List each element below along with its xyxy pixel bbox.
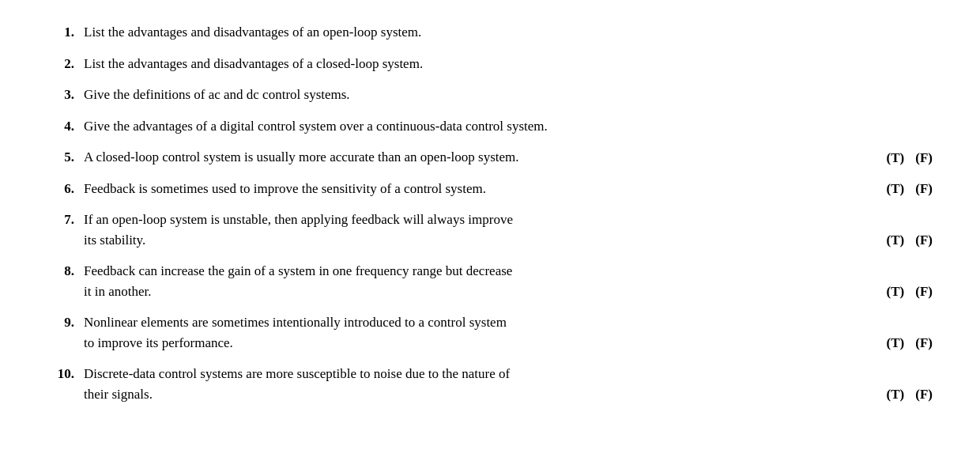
question-item: 1.List the advantages and disadvantages … <box>47 22 933 43</box>
question-content: Give the advantages of a digital control… <box>84 116 933 137</box>
tf-options: (T)(F) <box>871 232 933 250</box>
question-item: 9.Nonlinear elements are sometimes inten… <box>47 312 933 353</box>
question-content: Feedback is sometimes used to improve th… <box>84 179 933 199</box>
question-content: Discrete-data control systems are more s… <box>84 364 933 404</box>
question-text: List the advantages and disadvantages of… <box>84 54 933 74</box>
true-option: (T) <box>887 387 905 403</box>
tf-options: (T)(F) <box>871 284 933 301</box>
question-text: If an open-loop system is unstable, then… <box>84 210 871 250</box>
question-content: Feedback can increase the gain of a syst… <box>84 261 933 301</box>
true-option: (T) <box>887 335 905 351</box>
false-option: (F) <box>915 284 933 300</box>
question-content: Give the definitions of ac and dc contro… <box>84 85 933 105</box>
question-list: 1.List the advantages and disadvantages … <box>47 22 933 404</box>
question-item: 8.Feedback can increase the gain of a sy… <box>47 261 933 301</box>
question-content: A closed-loop control system is usually … <box>84 147 933 168</box>
false-option: (F) <box>915 335 933 351</box>
true-option: (T) <box>887 181 905 197</box>
question-content: Nonlinear elements are sometimes intenti… <box>84 312 933 353</box>
true-option: (T) <box>887 232 905 248</box>
question-item: 6.Feedback is sometimes used to improve … <box>47 179 933 199</box>
question-item: 2.List the advantages and disadvantages … <box>47 54 933 74</box>
question-text: A closed-loop control system is usually … <box>84 147 871 168</box>
true-option: (T) <box>887 284 905 300</box>
question-number: 8. <box>47 261 84 282</box>
question-number: 7. <box>47 210 84 230</box>
question-number: 4. <box>47 116 84 137</box>
question-content: If an open-loop system is unstable, then… <box>84 210 933 250</box>
question-text: Nonlinear elements are sometimes intenti… <box>84 312 871 353</box>
question-content: List the advantages and disadvantages of… <box>84 22 933 43</box>
false-option: (F) <box>915 232 933 248</box>
question-text: Feedback can increase the gain of a syst… <box>84 261 871 301</box>
tf-options: (T)(F) <box>871 181 933 198</box>
question-number: 1. <box>47 22 84 43</box>
question-number: 6. <box>47 179 84 199</box>
tf-options: (T)(F) <box>871 387 933 404</box>
question-item: 3.Give the definitions of ac and dc cont… <box>47 85 933 105</box>
question-text: Discrete-data control systems are more s… <box>84 364 871 404</box>
question-number: 5. <box>47 147 84 168</box>
false-option: (F) <box>915 150 933 166</box>
question-text: Feedback is sometimes used to improve th… <box>84 179 871 199</box>
question-number: 2. <box>47 54 84 74</box>
question-item: 5.A closed-loop control system is usuall… <box>47 147 933 168</box>
question-content: List the advantages and disadvantages of… <box>84 54 933 74</box>
false-option: (F) <box>915 181 933 197</box>
question-item: 7.If an open-loop system is unstable, th… <box>47 210 933 250</box>
tf-options: (T)(F) <box>871 150 933 168</box>
question-item: 4.Give the advantages of a digital contr… <box>47 116 933 137</box>
false-option: (F) <box>915 387 933 403</box>
question-item: 10.Discrete-data control systems are mor… <box>47 364 933 404</box>
true-option: (T) <box>887 150 905 166</box>
question-text: Give the definitions of ac and dc contro… <box>84 85 933 105</box>
question-number: 10. <box>47 364 84 384</box>
tf-options: (T)(F) <box>871 335 933 353</box>
question-text: Give the advantages of a digital control… <box>84 116 933 137</box>
question-number: 3. <box>47 85 84 105</box>
question-number: 9. <box>47 312 84 333</box>
question-text: List the advantages and disadvantages of… <box>84 22 933 43</box>
